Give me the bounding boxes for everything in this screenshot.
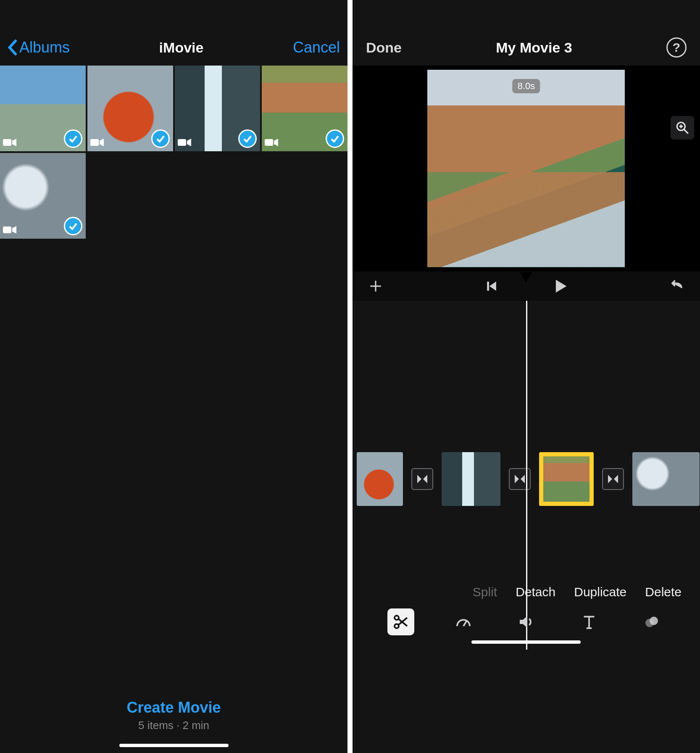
split-action[interactable]: Split xyxy=(473,585,497,599)
cut-tool[interactable] xyxy=(387,608,414,635)
svg-marker-30 xyxy=(520,616,527,628)
speaker-icon xyxy=(518,613,534,630)
media-thumb[interactable] xyxy=(175,66,261,151)
titles-tool[interactable] xyxy=(576,608,603,635)
speedometer-icon xyxy=(455,613,472,630)
video-icon xyxy=(90,138,104,149)
svg-rect-2 xyxy=(90,139,99,146)
play-button[interactable] xyxy=(551,277,569,295)
scissors-icon xyxy=(392,613,409,630)
magnifier-plus-icon xyxy=(675,121,689,135)
transport-bar xyxy=(353,271,700,301)
svg-marker-18 xyxy=(556,280,566,292)
video-preview[interactable] xyxy=(427,70,625,267)
svg-line-29 xyxy=(463,621,467,627)
svg-marker-23 xyxy=(608,475,612,483)
audio-tool[interactable] xyxy=(513,608,539,635)
video-icon xyxy=(264,138,279,149)
selected-check-icon xyxy=(151,129,170,148)
filters-tool[interactable] xyxy=(638,608,665,635)
duplicate-action[interactable]: Duplicate xyxy=(574,585,626,599)
svg-line-27 xyxy=(398,619,407,627)
project-title: My Movie 3 xyxy=(496,39,572,56)
speed-tool[interactable] xyxy=(450,608,477,635)
svg-rect-0 xyxy=(3,139,11,146)
svg-marker-5 xyxy=(187,139,191,146)
svg-line-28 xyxy=(398,618,407,625)
detach-action[interactable]: Detach xyxy=(516,585,555,599)
transition-icon xyxy=(514,473,526,485)
svg-rect-4 xyxy=(178,139,186,146)
selection-summary: 5 items · 2 min xyxy=(0,719,347,732)
editor-pane: Done My Movie 3 ? 8.0s xyxy=(353,0,700,753)
picker-title: iMovie xyxy=(159,39,204,56)
svg-rect-16 xyxy=(487,282,489,291)
svg-rect-6 xyxy=(265,139,273,146)
selected-check-icon xyxy=(326,129,344,148)
picker-navbar: Albums iMovie Cancel xyxy=(0,29,347,66)
preview-area: 8.0s xyxy=(353,66,700,271)
zoom-in-button[interactable] xyxy=(671,116,694,140)
tool-row xyxy=(353,608,700,635)
svg-rect-8 xyxy=(3,226,11,233)
timeline-clip[interactable] xyxy=(357,452,403,506)
text-icon xyxy=(581,613,597,630)
svg-marker-9 xyxy=(12,226,16,234)
svg-marker-20 xyxy=(423,475,427,483)
video-icon xyxy=(3,138,17,149)
svg-marker-1 xyxy=(12,139,16,146)
editor-navbar: Done My Movie 3 ? xyxy=(353,29,700,66)
svg-line-11 xyxy=(684,129,688,134)
timeline[interactable]: Split Detach Duplicate Delete xyxy=(353,301,700,650)
help-button[interactable]: ? xyxy=(666,37,687,58)
media-thumb[interactable] xyxy=(0,66,86,151)
selected-check-icon xyxy=(238,129,257,148)
playhead-caret-icon xyxy=(520,272,532,282)
video-icon xyxy=(3,225,17,236)
svg-marker-24 xyxy=(614,475,618,483)
selected-check-icon xyxy=(64,217,82,235)
transition-node[interactable] xyxy=(411,468,433,490)
svg-marker-19 xyxy=(417,475,421,483)
svg-marker-3 xyxy=(100,139,104,146)
transition-node[interactable] xyxy=(602,468,624,490)
create-movie-button[interactable]: Create Movie xyxy=(0,699,347,716)
done-button[interactable]: Done xyxy=(366,39,402,56)
home-indicator xyxy=(471,640,581,644)
clip-duration-badge: 8.0s xyxy=(513,79,540,93)
back-label: Albums xyxy=(19,39,70,56)
cancel-button[interactable]: Cancel xyxy=(293,39,340,56)
timeline-clip[interactable] xyxy=(632,452,700,506)
timeline-clip[interactable] xyxy=(539,452,594,506)
media-grid xyxy=(0,66,347,239)
overlapping-circles-icon xyxy=(643,613,660,630)
media-thumb[interactable] xyxy=(0,153,86,239)
add-media-button[interactable] xyxy=(367,277,384,295)
svg-marker-7 xyxy=(274,139,278,146)
svg-marker-21 xyxy=(515,475,519,483)
timeline-clip[interactable] xyxy=(442,452,500,506)
home-indicator xyxy=(119,744,229,747)
picker-footer: Create Movie 5 items · 2 min xyxy=(0,699,347,732)
back-to-albums[interactable]: Albums xyxy=(8,39,70,56)
skip-start-button[interactable] xyxy=(483,277,501,295)
chevron-left-icon xyxy=(8,39,17,56)
delete-action[interactable]: Delete xyxy=(645,585,682,599)
transition-icon xyxy=(416,473,428,485)
media-picker-pane: Albums iMovie Cancel Create Movie 5 item… xyxy=(0,0,347,753)
svg-marker-17 xyxy=(490,282,496,291)
transition-icon xyxy=(607,473,619,485)
selected-check-icon xyxy=(64,129,82,148)
media-thumb[interactable] xyxy=(262,66,347,151)
clip-actions-bar: Split Detach Duplicate Delete xyxy=(353,585,700,599)
svg-point-35 xyxy=(650,617,658,625)
media-thumb[interactable] xyxy=(87,66,173,151)
svg-marker-22 xyxy=(521,475,525,483)
undo-button[interactable] xyxy=(668,277,686,295)
video-icon xyxy=(177,138,192,149)
pane-divider xyxy=(347,0,353,753)
